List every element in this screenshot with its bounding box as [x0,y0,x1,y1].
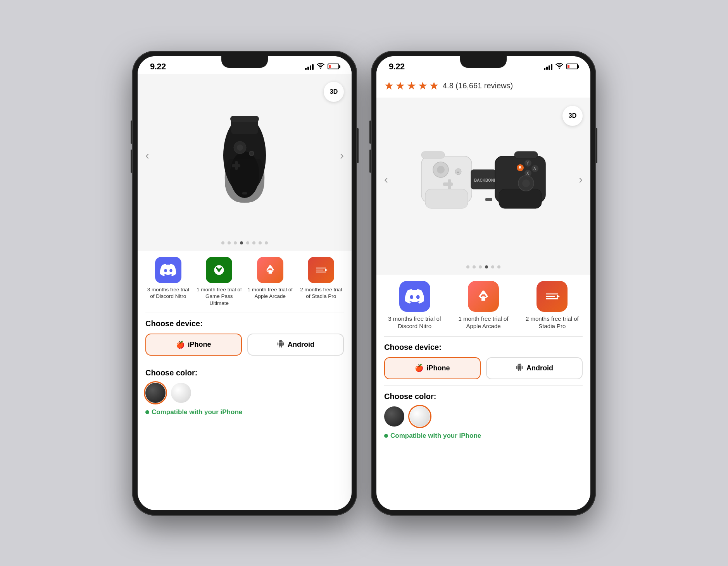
svg-point-11 [212,263,226,277]
xbox-icon-1 [206,257,232,283]
status-time-2: 9.22 [389,62,405,72]
perks-row-2: 3 months free trial of Discord Nitro 1 m… [384,281,583,330]
signal-icon-1 [305,64,314,70]
dark-color-wrapper-1[interactable] [145,383,166,403]
light-color-wrapper-2[interactable] [410,406,430,427]
perks-row-1: 3 months free trial of Discord Nitro 1 m… [145,257,344,307]
perk-xbox-label-1: 1 month free trial of Game Pass Ultimate [197,286,242,307]
badge-3d-1[interactable]: 3D [324,82,344,102]
svg-rect-16 [425,189,468,208]
dark-color-wrapper-2[interactable] [384,406,404,427]
compatible-label-2: Compatible with your iPhone [390,432,481,440]
perk-stadia-label-1: 2 months free trial of Stadia Pro [298,286,344,300]
compatible-dot-1 [145,410,149,414]
next-arrow-1[interactable]: › [336,145,348,166]
vol-down-button[interactable] [131,150,132,173]
device-title-1: Choose device: [145,319,344,328]
perks-section-2: 3 months free trial of Discord Nitro 1 m… [376,275,590,337]
dot-2-5[interactable] [497,265,500,268]
iphone-button-2[interactable]: 🍎 iPhone [384,357,481,379]
status-icons-1 [305,63,339,71]
star-4: ★ [418,79,428,92]
perk-arcade-2: 1 month free trial of Apple Arcade [453,281,514,330]
android-button-2[interactable]: Android [486,357,583,379]
svg-text:X: X [526,171,529,175]
screen-content-1[interactable]: ‹ [138,74,352,510]
android-icon-2 [516,363,523,373]
apple-icon-1: 🍎 [176,341,185,349]
dot-1-5[interactable] [252,241,255,244]
compatible-label-1: Compatible with your iPhone [152,408,242,416]
power-button-2[interactable] [596,128,597,163]
svg-point-40 [482,296,485,299]
device-buttons-1: 🍎 iPhone Android [145,334,344,356]
dot-1-4[interactable] [246,241,249,244]
perk-discord-label-2: 3 months free trial of Discord Nitro [384,315,445,330]
dot-1-7[interactable] [265,241,268,244]
vol-down-button-2[interactable] [369,150,371,173]
prev-arrow-1[interactable]: ‹ [141,145,153,166]
product-image-area-1: ‹ [138,74,352,237]
svg-point-18 [437,166,445,174]
dot-1-3[interactable] [240,241,243,244]
android-button-1[interactable]: Android [247,334,344,356]
compatible-text-2: Compatible with your iPhone [384,432,583,440]
next-arrow-2[interactable]: › [575,169,587,190]
dot-2-3[interactable] [485,265,488,268]
iphone-button-1[interactable]: 🍎 iPhone [145,334,242,356]
dot-1-1[interactable] [228,241,231,244]
dark-color-swatch-1[interactable] [145,383,166,403]
apple-icon-2: 🍎 [415,364,423,372]
dark-color-swatch-2[interactable] [384,406,404,427]
discord-icon-2 [399,281,430,312]
power-button[interactable] [357,128,359,163]
color-swatches-2 [384,406,583,427]
product-image-white-controller: ≡ BACKBONE [414,133,553,226]
stadia-icon-1 [308,257,334,283]
dot-1-2[interactable] [234,241,237,244]
signal-icon-2 [544,64,552,70]
wifi-icon-1 [317,63,324,71]
perk-arcade-label-1: 1 month free trial of Apple Arcade [247,286,293,300]
light-color-wrapper-1[interactable] [171,383,191,403]
divider-1 [145,313,344,313]
badge-3d-2[interactable]: 3D [562,106,583,126]
vol-up-button-2[interactable] [369,120,371,144]
status-bar-2: 9.22 [376,56,590,74]
android-label-1: Android [288,341,314,349]
product-image-area-2: ‹ [376,98,590,261]
color-swatches-1 [145,383,344,403]
light-color-swatch-2[interactable] [410,406,430,427]
perk-stadia-1: 2 months free trial of Stadia Pro [298,257,344,307]
star-5: ★ [429,79,439,92]
prev-arrow-2[interactable]: ‹ [380,169,392,190]
perk-arcade-label-2: 1 month free trial of Apple Arcade [453,315,514,330]
compatible-dot-2 [384,434,388,438]
dot-1-6[interactable] [259,241,262,244]
vol-up-button[interactable] [131,120,132,144]
light-color-swatch-1[interactable] [171,383,191,403]
dot-2-2[interactable] [479,265,482,268]
dot-indicator-1 [138,237,352,251]
svg-rect-26 [485,198,492,201]
star-1: ★ [384,79,394,92]
dot-1-0[interactable] [221,241,224,244]
screen-content-2[interactable]: ★ ★ ★ ★ ★ 4.8 (16,661 reviews) ‹ [376,74,590,510]
phone-2-screen: 9.22 [376,56,590,510]
dot-2-1[interactable] [473,265,476,268]
status-time-1: 9.22 [150,62,166,72]
svg-point-8 [250,152,253,155]
svg-rect-28 [499,189,542,208]
dot-2-4[interactable] [491,265,494,268]
stars-2: ★ ★ ★ ★ ★ [384,79,439,92]
perk-arcade-1: 1 month free trial of Apple Arcade [247,257,293,307]
color-section-1: Choose color: Compatible with your iPhon… [138,368,352,422]
device-title-2: Choose device: [384,343,583,352]
svg-text:≡: ≡ [457,169,459,174]
svg-text:B: B [519,166,521,170]
status-bar-1: 9.22 [138,56,352,74]
android-icon-1 [277,340,285,349]
dot-2-0[interactable] [466,265,469,268]
device-section-1: Choose device: 🍎 iPhone Android [138,319,352,362]
iphone-label-2: iPhone [426,364,450,372]
